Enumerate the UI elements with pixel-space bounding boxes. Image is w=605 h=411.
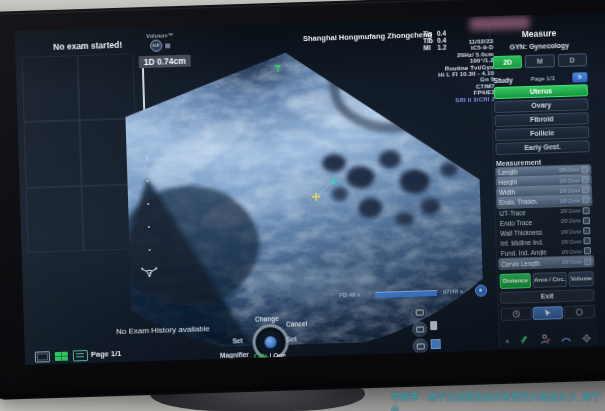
measurement-row-label: Fund. Ind. Angle [501,249,560,258]
photo-of-ultrasound-monitor: No exam started! Voluson™ GE Shanghai Ho… [0,0,605,411]
volume-button[interactable]: Volume [569,271,594,287]
measurement-row-label: Endo Trace [500,218,559,227]
body-marker-uterus-icon [140,265,158,280]
measurement-row-status: 0/9 Done [561,238,581,245]
measurement-row-label: Height [499,177,558,186]
phone-icon[interactable] [560,334,571,343]
brand-cluster: Voluson™ GE [137,32,184,52]
measurement-row-status: 0/9 Done [559,167,579,174]
pencil-tool-icon[interactable] [519,335,529,345]
thumbnail-grid [21,53,139,252]
tool-tabs [501,305,595,321]
probe-orientation-marker [272,63,284,73]
cursor-icon [544,308,552,317]
save-icon [431,339,441,349]
mode-tabs: 2D M D [493,53,587,69]
tool-tab-ellipse[interactable] [564,305,595,319]
trackball-right-label: Set [286,335,296,342]
layout-quad-icon[interactable] [55,352,68,361]
study-item-early-gest[interactable]: Early Gest. [495,140,589,155]
clipboard-slot[interactable] [21,55,79,122]
measure-panel: Measure GYN: Gynecology 2D M D Study Pag… [489,21,598,348]
study-item-fibroid[interactable]: Fibroid [495,112,589,127]
measurement-row-label: Length [498,167,557,176]
measure-actions: Distance Area / Circ. Volume [500,271,594,289]
layout-report-icon[interactable] [73,350,88,361]
exam-category-label: GYN: Gynecology [492,41,586,51]
measurement-row-status: 0/9 Done [561,248,581,255]
page-indicator: Page 1/1 [91,349,122,359]
redacted-patient-info [469,16,529,31]
print-button-p3[interactable] [413,338,428,353]
measurement-checkbox[interactable] [583,217,590,224]
watermark-caption: 寻嗣帮 - 南宁生殖医院做试管费用大概是多少_南宁生 [391,391,605,411]
settings-gear-icon[interactable] [581,333,591,343]
printer-icon [430,321,437,330]
measurement-checkbox[interactable] [584,258,591,265]
measurement-row-status: 0/9 Done [562,258,582,265]
measurement-checkbox[interactable] [583,237,590,244]
circle-icon [575,307,584,316]
measurement-checkbox[interactable] [582,186,589,193]
measurement-row-label: Wall Thickness [500,228,559,237]
measurement-row-label: Endo. Thickn. [499,198,558,207]
freeze-indicator-icon [475,284,487,296]
measurement-row-status: 0/9 Done [559,177,579,184]
study-label: Study [493,76,513,84]
measurement-row-label: Width [499,187,558,196]
measurement-row-status: 0/9 Done [560,187,580,194]
trackball-top-label: Change [255,315,279,323]
mode-tab-2d[interactable]: 2D [493,55,523,69]
measurement-checkbox[interactable] [583,227,590,234]
measurement-row-status: 0/9 Done [560,197,580,204]
text-tool-icon[interactable]: a [506,337,510,343]
clock-icon [511,309,520,318]
measurement-checkbox[interactable] [581,166,588,173]
study-page-indicator: Page 1/3 [516,75,570,83]
ge-logo-icon: GE [150,40,162,52]
distance-button[interactable]: Distance [500,273,531,289]
measurement-checkbox[interactable] [582,197,589,204]
trackball-core [264,336,276,348]
monitor-bezel: No exam started! Voluson™ GE Shanghai Ho… [0,0,605,400]
study-item-follicle[interactable]: Follicle [495,126,589,141]
ultrasound-image [124,47,485,350]
measurement-checkbox[interactable] [582,207,589,214]
clipboard-slot[interactable] [24,120,82,187]
exit-button[interactable]: Exit [500,289,594,304]
trackball-topright-label: Cancel [286,320,308,328]
study-item-ovary[interactable]: Ovary [494,98,588,113]
area-circ-button[interactable]: Area / Circ. [533,272,567,288]
study-item-uterus[interactable]: Uterus [494,84,588,99]
layout-single-icon[interactable] [35,351,50,362]
study-row: Study Page 1/3 > [493,72,587,85]
ultrasound-system-screen: No exam started! Voluson™ GE Shanghai Ho… [15,13,605,365]
mode-tab-m[interactable]: M [525,54,555,68]
measurement-row-status: 0/9 Done [561,228,581,235]
measurement-checkbox[interactable] [584,248,591,255]
trackball-left-label: Set [232,337,242,344]
layout-switcher [35,350,88,363]
cine-counter: 97/48 s [443,288,463,295]
cine-left-label: FD 48 s [339,291,361,298]
measurement-row-status: 0/9 Done [561,218,581,225]
patient-button[interactable] [539,333,550,344]
taskbar-icons: a [501,332,595,348]
brand-icon [165,43,170,48]
tool-tab-cursor[interactable] [532,306,563,320]
measurement-checkbox[interactable] [582,176,589,183]
clipboard-slot[interactable] [26,186,84,253]
tool-tab-history[interactable] [501,307,532,321]
measurement-row-label: Cervix Length [501,259,560,268]
trackball-bottomleft-label: Magnifier [220,351,249,359]
trackball-bottom-label: Calc | One [254,352,286,360]
mode-tab-d[interactable]: D [557,53,587,67]
measurement-row-label: UT-Trace [500,208,559,217]
no-exam-status: No exam started! [53,40,122,52]
measurement-row-label: Inf. Midline Ind. [500,238,559,247]
measurement-row-status: 0/9 Done [560,208,580,215]
study-next-button[interactable]: > [572,72,587,82]
